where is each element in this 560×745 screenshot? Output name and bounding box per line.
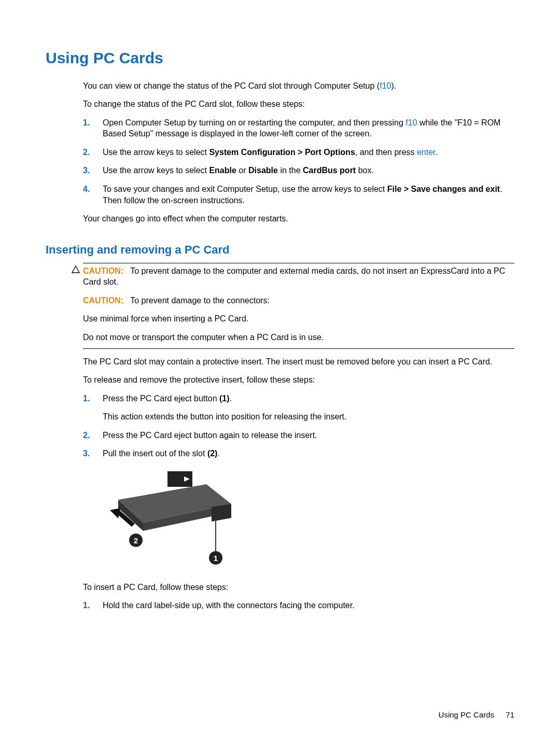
footer-section-title: Using PC Cards (439, 710, 495, 719)
setup-steps: 1. Open Computer Setup by turning on or … (83, 117, 514, 206)
caution-text: Use minimal force when inserting a PC Ca… (83, 313, 514, 325)
bold-text: (1) (219, 394, 230, 403)
text: box. (356, 166, 374, 175)
text: in the (278, 166, 303, 175)
svg-marker-7 (110, 508, 120, 518)
page-footer: Using PC Cards 71 (439, 710, 514, 720)
step-number: 4. (83, 184, 90, 195)
bold-text: (2) (207, 449, 218, 458)
caution-text: Do not move or transport the computer wh… (83, 332, 514, 343)
text: To save your changes and exit Computer S… (103, 185, 387, 193)
caution-text: CAUTION: To prevent damage to the connec… (83, 295, 514, 306)
f10-link[interactable]: f10 (380, 81, 391, 90)
bold-text: CardBus port (303, 166, 356, 175)
svg-text:2: 2 (134, 536, 138, 545)
post-steps-note: Your changes go into effect when the com… (83, 213, 514, 224)
caution-block: CAUTION: To prevent damage to the comput… (83, 263, 514, 325)
text: . (230, 394, 232, 403)
text: . (217, 449, 219, 458)
page-number: 71 (506, 710, 514, 719)
text: Press the PC Card eject button (103, 394, 219, 403)
step-number: 1. (83, 600, 90, 611)
list-item: 3. Use the arrow keys to select Enable o… (83, 165, 514, 176)
step-number: 3. (83, 165, 90, 176)
enter-link[interactable]: enter (417, 148, 436, 157)
text: or (236, 166, 248, 175)
body-text: The PC Card slot may contain a protectiv… (83, 356, 514, 368)
text: Pull the insert out of the slot (103, 449, 207, 458)
page-title: Using PC Cards (46, 48, 514, 69)
caution-label: CAUTION: (83, 266, 123, 275)
step-number: 2. (83, 147, 90, 158)
caution-text: CAUTION: To prevent damage to the comput… (83, 265, 514, 288)
text: ). (391, 81, 396, 90)
section-title: Inserting and removing a PC Card (46, 242, 514, 258)
text: To prevent damage to the computer and ex… (83, 266, 505, 287)
text: . (436, 148, 438, 157)
list-item: 1. Press the PC Card eject button (1). T… (83, 393, 514, 423)
text: , and then press (355, 148, 417, 157)
text: Hold the card label-side up, with the co… (103, 601, 355, 610)
text: Open Computer Setup by turning on or res… (103, 118, 405, 127)
pc-card-eject-illustration: 2 1 (103, 469, 514, 570)
caution-label: CAUTION: (83, 296, 123, 305)
list-item: 2. Press the PC Card eject button again … (83, 430, 514, 441)
step-number: 1. (83, 117, 90, 129)
step-number: 2. (83, 430, 90, 441)
list-item: 1. Hold the card label-side up, with the… (83, 600, 514, 611)
svg-text:1: 1 (214, 554, 218, 563)
intro-p1: You can view or change the status of the… (83, 80, 514, 92)
list-item: 3. Pull the insert out of the slot (2). (83, 448, 514, 459)
step-number: 3. (83, 448, 90, 459)
bold-text: Disable (248, 166, 278, 175)
list-item: 1. Open Computer Setup by turning on or … (83, 117, 514, 139)
text: Use the arrow keys to select (103, 148, 209, 157)
remove-insert-steps: 1. Press the PC Card eject button (1). T… (83, 393, 514, 459)
list-item: 2. Use the arrow keys to select System C… (83, 147, 514, 158)
text: Press the PC Card eject button again to … (103, 431, 317, 440)
step-number: 1. (83, 393, 90, 404)
bold-text: Enable (209, 166, 236, 175)
sub-text: This action extends the button into posi… (103, 411, 514, 423)
bold-text: System Configuration > Port Options (209, 148, 355, 157)
f10-link[interactable]: f10 (405, 118, 417, 127)
list-item: 4. To save your changes and exit Compute… (83, 184, 514, 206)
text: You can view or change the status of the… (83, 81, 380, 90)
caution-triangle-icon (72, 265, 80, 274)
body-text: To release and remove the protective ins… (83, 374, 514, 386)
bold-text: File > Save changes and exit (387, 185, 500, 193)
text: Use the arrow keys to select (103, 166, 209, 175)
caution-block-tail: Do not move or transport the computer wh… (83, 332, 514, 349)
text: To prevent damage to the connectors: (130, 296, 270, 305)
insert-card-steps: 1. Hold the card label-side up, with the… (83, 600, 514, 611)
body-text: To insert a PC Card, follow these steps: (83, 582, 514, 593)
intro-p2: To change the status of the PC Card slot… (83, 99, 514, 110)
